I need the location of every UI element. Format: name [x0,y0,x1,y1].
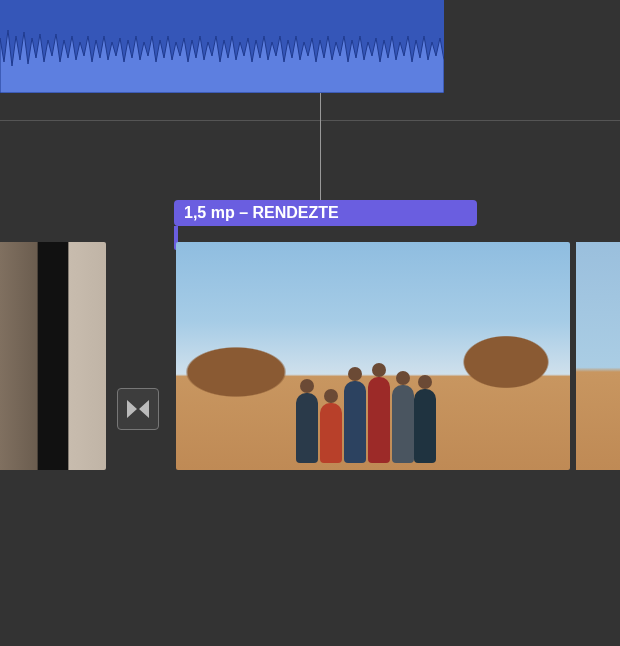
bowtie-icon [125,396,151,422]
title-overlay-label: 1,5 mp – RENDEZTE [184,204,339,222]
clip-thumbnail [176,242,570,470]
track-separator [0,120,620,121]
waveform-icon [0,0,444,93]
timeline-clip[interactable] [176,242,570,470]
title-overlay[interactable]: 1,5 mp – RENDEZTE [174,200,477,226]
transition-cross-dissolve[interactable] [117,388,159,430]
timeline-clip[interactable] [0,242,106,470]
clip-thumbnail [0,242,106,470]
audio-track[interactable] [0,93,444,186]
thumbnail-content [296,338,446,463]
clip-thumbnail [576,242,620,470]
timeline-clip[interactable] [576,242,620,470]
